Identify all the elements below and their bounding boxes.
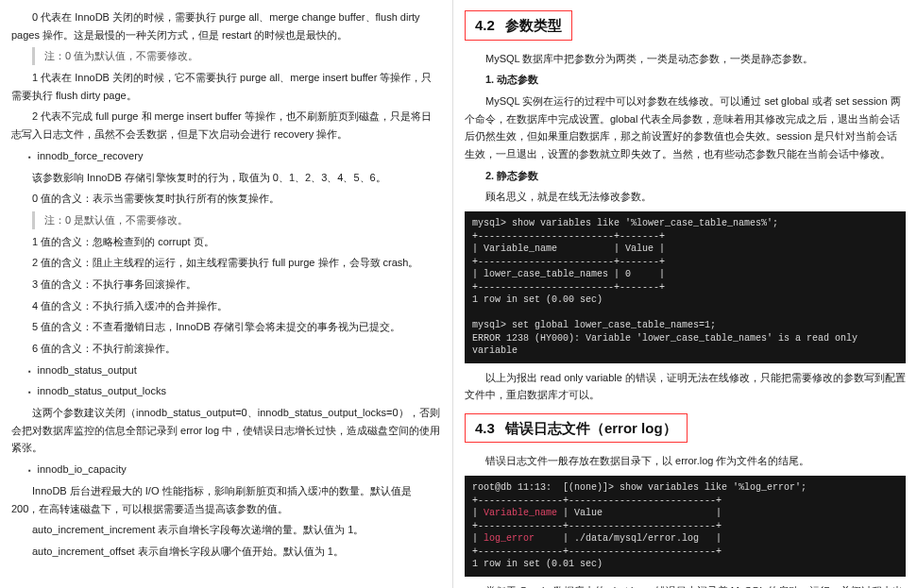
section-heading-4-2: 4.2 参数类型 [465, 10, 572, 41]
paragraph: 1 代表在 InnoDB 关闭的时候，它不需要执行 purge all、merg… [11, 69, 441, 104]
paragraph: 1 值的含义：忽略检查到的 corrupt 页。 [11, 233, 441, 251]
paragraph: 5 值的含义：不查看撤销日志，InnoDB 存储引擎会将未提交的事务视为已提交。 [11, 318, 441, 336]
heading-number: 4.2 [475, 17, 495, 33]
heading-text: 错误日志文件（error log） [505, 420, 677, 436]
paragraph: auto_increment_increment 表示自增长字段每次递增的量。默… [11, 521, 441, 539]
terminal-block: mysql> show variables like '%lower_case_… [465, 211, 906, 363]
bullet-item: innodb_force_recovery [38, 147, 442, 165]
left-column: 0 代表在 InnoDB 关闭的时候，需要执行 purge all、merge … [0, 0, 453, 588]
paragraph: 该参数影响 InnoDB 存储引擎恢复时的行为，取值为 0、1、2、3、4、5、… [11, 169, 441, 187]
paragraph: 4 值的含义：不执行插入缓冲的合并操作。 [11, 297, 441, 315]
bullet-item: innodb_status_output_locks [38, 382, 442, 400]
paragraph: 这两个参数建议关闭（innodb_status_output=0、innodb_… [11, 404, 441, 457]
paragraph: 顾名思义，就是在线无法修改参数。 [465, 188, 906, 206]
note: 注：0 值为默认值，不需要修改。 [32, 47, 441, 65]
paragraph: 0 代表在 InnoDB 关闭的时候，需要执行 purge all、merge … [11, 8, 441, 43]
paragraph: 2 值的含义：阻止主线程的运行，如主线程需要执行 full purge 操作，会… [11, 254, 441, 272]
right-column: 4.2 参数类型 MySQL 数据库中把参数分为两类，一类是动态参数，一类是静态… [453, 0, 917, 588]
paragraph: 6 值的含义：不执行前滚操作。 [11, 340, 441, 358]
note: 注：0 是默认值，不需要修改。 [32, 211, 441, 229]
paragraph: auto_increment_offset 表示自增长字段从哪个值开始。默认值为… [11, 543, 441, 561]
paragraph: 3 值的含义：不执行事务回滚操作。 [11, 276, 441, 294]
heading-number: 4.3 [475, 420, 495, 436]
subheading: 1. 动态参数 [485, 71, 906, 89]
bullet-item: innodb_io_capacity [38, 461, 442, 479]
paragraph: 错误日志文件一般存放在数据目录下，以 error.log 作为文件名的结尾。 [465, 452, 906, 470]
terminal-block: root@db 11:13: [(none)]> show variables … [465, 476, 906, 577]
paragraph: 以上为报出 read only variable 的错误，证明无法在线修改，只能… [465, 369, 906, 404]
paragraph: 2 代表不完成 full purge 和 merge insert buffer… [11, 108, 441, 143]
paragraph: InnoDB 后台进程最大的 I/O 性能指标，影响刷新脏页和插入缓冲的数量。默… [11, 482, 441, 517]
paragraph: 类似于 Oracle 数据库中的 alert log。错误日志记录着 MySQL… [465, 582, 906, 588]
paragraph: MySQL 数据库中把参数分为两类，一类是动态参数，一类是静态参数。 [465, 50, 906, 68]
heading-text: 参数类型 [505, 17, 562, 33]
paragraph: MySQL 实例在运行的过程中可以对参数在线修改。可以通过 set global… [465, 92, 906, 163]
paragraph: 0 值的含义：表示当需要恢复时执行所有的恢复操作。 [11, 190, 441, 208]
section-heading-4-3: 4.3 错误日志文件（error log） [465, 413, 688, 444]
subheading: 2. 静态参数 [485, 167, 906, 185]
bullet-item: innodb_status_output [38, 361, 442, 379]
